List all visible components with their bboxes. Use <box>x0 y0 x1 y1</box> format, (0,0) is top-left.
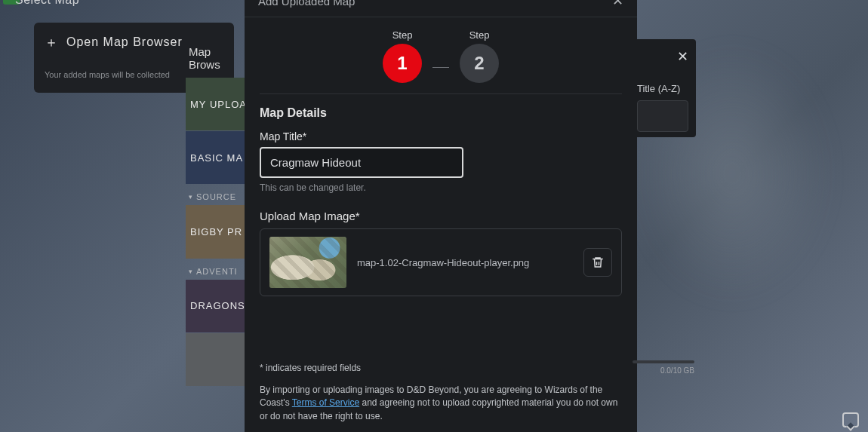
select-map-label: Select Map <box>15 0 79 7</box>
add-uploaded-map-modal: Add Uploaded Map ✕ Step 1 Step 2 Map Det… <box>245 0 637 432</box>
chevron-down-icon: ▾ <box>189 268 193 275</box>
open-map-browser-label: Open Map Browser <box>66 35 183 49</box>
select-map-header: Select Map <box>15 0 242 8</box>
section-adventures[interactable]: ▾ ADVENTI <box>186 259 245 279</box>
close-icon[interactable]: ✕ <box>612 0 623 9</box>
tile-extra[interactable] <box>186 333 245 386</box>
step-2-circle: 2 <box>460 44 499 83</box>
map-browser-column: Map Brows MY UPLOA BASIC MA ▾ SOURCE BIG… <box>186 39 245 386</box>
legal-text: By importing or uploading images to D&D … <box>260 384 622 423</box>
uploaded-file-name: map-1.02-Cragmaw-Hideout-player.png <box>357 257 573 268</box>
upload-image-label: Upload Map Image* <box>260 210 622 222</box>
map-title-label: Map Title* <box>260 130 622 142</box>
stepper: Step 1 Step 2 <box>245 17 637 93</box>
required-fields-note: * indicates required fields <box>260 363 622 373</box>
sort-dropdown[interactable] <box>637 100 688 132</box>
map-title-hint: This can be changed later. <box>260 182 622 193</box>
delete-upload-button[interactable] <box>583 248 612 277</box>
browser-right-panel: ✕ Title (A-Z) <box>634 39 696 137</box>
storage-indicator: 0.0/10 GB <box>633 360 694 375</box>
terms-of-service-link[interactable]: Terms of Service <box>292 397 359 408</box>
step-label: Step <box>469 29 490 41</box>
map-title-input[interactable] <box>260 147 463 178</box>
step-1-circle: 1 <box>383 44 422 83</box>
trash-icon <box>591 256 605 269</box>
section-sourcebooks[interactable]: ▾ SOURCE <box>186 185 245 204</box>
uploaded-file-box: map-1.02-Cragmaw-Hideout-player.png <box>260 228 622 296</box>
sort-label: Title (A-Z) <box>637 83 688 94</box>
map-details-heading: Map Details <box>260 106 622 120</box>
close-icon[interactable]: ✕ <box>677 48 688 65</box>
step-1[interactable]: Step 1 <box>383 29 422 83</box>
storage-bar <box>633 360 694 363</box>
chevron-down-icon: ▾ <box>189 193 193 201</box>
tile-basic-maps[interactable]: BASIC MA <box>186 131 245 184</box>
storage-text: 0.0/10 GB <box>633 366 694 375</box>
tile-bigby[interactable]: BIGBY PR <box>186 205 245 258</box>
step-connector <box>432 67 449 68</box>
step-label: Step <box>392 29 413 41</box>
chat-icon[interactable] <box>842 412 859 427</box>
tile-my-uploads[interactable]: MY UPLOA <box>186 78 245 130</box>
step-2[interactable]: Step 2 <box>460 29 499 83</box>
map-browser-title: Map Brows <box>186 39 245 77</box>
modal-title: Add Uploaded Map <box>258 0 355 8</box>
tile-dragons[interactable]: DRAGONS <box>186 280 245 332</box>
map-thumbnail <box>269 237 346 288</box>
plus-icon: ＋ <box>45 33 59 51</box>
